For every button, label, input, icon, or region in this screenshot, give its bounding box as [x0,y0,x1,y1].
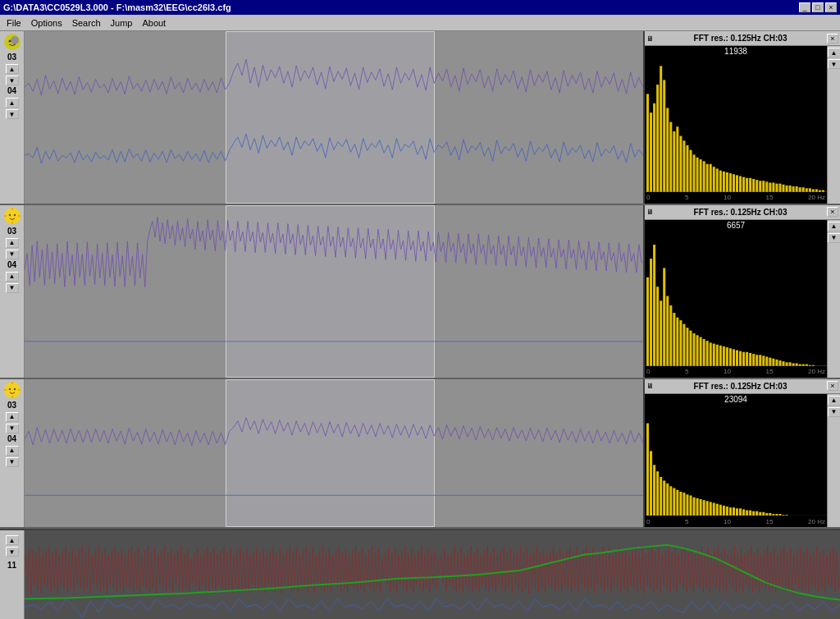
svg-rect-14 [679,136,682,192]
svg-rect-164 [762,512,765,516]
svg-rect-100 [752,354,755,366]
svg-rect-138 [676,489,678,516]
fft-title-bar-1: 🖥 FFT res.: 0.125Hz CH:03 × [645,31,840,46]
scroll-down-3b[interactable]: ▼ [6,457,19,467]
scroll-up-2a[interactable]: ▲ [6,238,19,248]
svg-rect-136 [669,486,672,516]
ch-label-3a: 03 [7,401,16,410]
fft-content-2: 6657 [645,220,840,378]
svg-rect-156 [736,508,738,516]
eeg-sidebar-3: 03 ▲ ▼ 04 ▲ ▼ [0,379,25,527]
svg-rect-159 [746,510,748,516]
eeg-row-3: 03 ▲ ▼ 04 ▲ ▼ 🖥 FFT res. [0,379,840,529]
svg-rect-140 [682,493,685,516]
svg-rect-134 [663,480,665,516]
eeg-row-2: 03 ▲ ▼ 04 ▲ ▼ 🖥 FFT res. [0,205,840,379]
fft-scroll-1: ▲ ▼ [827,46,840,204]
svg-rect-141 [686,494,688,516]
fft-close-1[interactable]: × [827,34,838,44]
svg-rect-46 [786,186,788,192]
svg-point-2 [8,40,11,43]
fft-scroll-down-2[interactable]: ▼ [828,233,841,243]
svg-point-65 [13,214,15,216]
menu-search[interactable]: Search [67,16,106,30]
svg-rect-82 [693,333,696,366]
overview-scroll-down[interactable]: ▼ [6,547,19,557]
fft-close-2[interactable]: × [827,207,838,217]
scroll-down-2b[interactable]: ▼ [6,283,19,293]
menu-options[interactable]: Options [26,16,67,30]
svg-rect-116 [806,364,808,365]
svg-rect-41 [769,182,771,191]
svg-rect-131 [653,465,655,516]
scroll-down-1a[interactable]: ▼ [6,76,19,85]
svg-rect-143 [693,497,696,516]
menu-file[interactable]: File [2,16,26,30]
svg-rect-28 [726,172,728,192]
svg-rect-108 [778,360,781,366]
scroll-down-3a[interactable]: ▼ [6,424,19,433]
svg-rect-20 [700,159,702,192]
scroll-up-2b[interactable]: ▲ [6,272,19,282]
fft-scroll-down-1[interactable]: ▼ [828,59,841,69]
svg-rect-31 [736,175,738,191]
fft-scroll-up-3[interactable]: ▲ [828,396,841,406]
fft-close-3[interactable]: × [827,381,838,391]
svg-rect-151 [719,504,722,516]
scroll-down-1b[interactable]: ▼ [6,109,19,119]
eeg-panel-3[interactable] [25,379,643,527]
overview-canvas[interactable] [25,530,840,619]
fft-panel-1: 🖥 FFT res.: 0.125Hz CH:03 × 11938 [643,31,840,204]
fft-scroll-up-1[interactable]: ▲ [828,48,841,57]
scroll-up-1b[interactable]: ▲ [6,98,19,108]
svg-rect-40 [765,181,768,192]
fft-title-bar-2: 🖥 FFT res.: 0.125Hz CH:03 × [645,205,840,220]
svg-rect-21 [703,161,705,192]
fft-chart-area-3: 23094 [645,394,827,527]
maximize-button[interactable]: □ [812,2,824,12]
ch-label-1a: 03 [7,53,16,62]
menu-jump[interactable]: Jump [106,16,138,30]
svg-rect-109 [783,361,785,366]
scroll-up-3a[interactable]: ▲ [6,412,19,422]
svg-rect-50 [799,187,801,192]
minimize-button[interactable]: _ [799,2,810,12]
svg-rect-132 [656,471,659,516]
svg-rect-47 [789,186,792,192]
svg-rect-27 [723,172,725,192]
fft-chart-area-2: 6657 [645,220,827,378]
svg-rect-42 [772,182,774,191]
svg-rect-102 [759,355,761,366]
window-title: G:\DATA3\CC0529L3.000 - F:\masm32\EEG\cc… [3,2,231,12]
scroll-up-3b[interactable]: ▲ [6,446,19,456]
svg-rect-39 [762,181,765,192]
fft-scroll-2: ▲ ▼ [827,220,840,378]
fft-scroll-up-2[interactable]: ▲ [828,222,841,232]
scroll-down-2a[interactable]: ▼ [6,250,19,259]
svg-point-126 [13,388,15,390]
fft-panel-2: 🖥 FFT res.: 0.125Hz CH:03 × 6657 [643,205,840,378]
svg-rect-69 [650,259,652,366]
fft-scroll-down-3[interactable]: ▼ [828,407,841,417]
overview-scroll-up[interactable]: ▲ [6,535,19,545]
svg-rect-91 [723,346,725,366]
svg-point-125 [8,388,10,390]
scroll-up-1a[interactable]: ▲ [6,64,19,74]
svg-rect-101 [756,355,758,366]
svg-point-64 [8,214,10,216]
svg-rect-166 [769,513,771,516]
svg-rect-72 [660,300,662,366]
eeg-panel-2[interactable] [25,205,643,378]
close-button[interactable]: × [825,2,837,12]
menu-about[interactable]: About [137,16,171,30]
svg-rect-87 [710,342,712,365]
eeg-panel-1[interactable] [25,31,643,204]
ch-label-3b: 04 [7,434,16,443]
svg-rect-78 [679,320,682,366]
svg-rect-24 [713,167,715,192]
svg-rect-153 [726,507,728,516]
svg-rect-169 [778,514,781,516]
overview-panel: ▲ ▼ 11 [0,529,840,619]
svg-rect-73 [663,268,665,365]
svg-rect-34 [746,178,748,192]
